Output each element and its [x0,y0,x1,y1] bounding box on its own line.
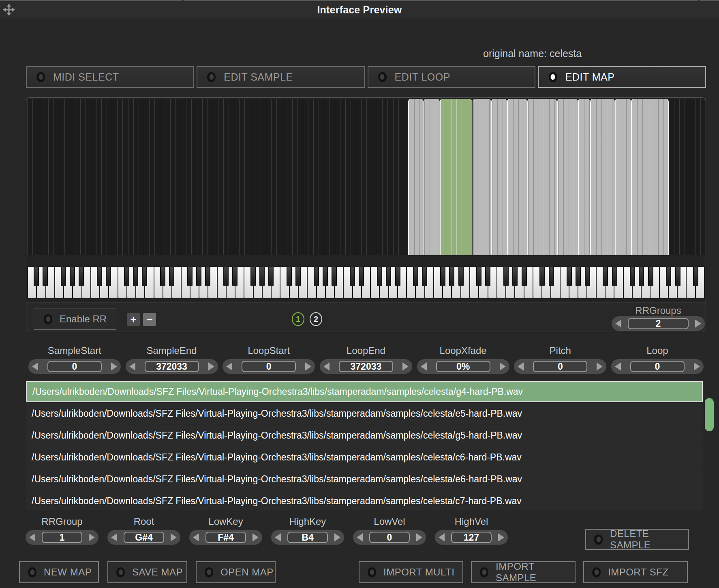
black-key[interactable] [250,267,256,286]
black-key[interactable] [133,267,138,286]
black-key[interactable] [476,267,481,286]
black-key[interactable] [268,267,274,286]
tab-edit-sample[interactable]: EDIT SAMPLE [197,66,364,88]
file-row[interactable]: /Users/ulrikboden/Downloads/SFZ Files/Vi… [26,447,703,468]
black-key[interactable] [359,267,364,286]
remove-rr-button[interactable]: − [143,313,156,326]
file-row[interactable]: /Users/ulrikboden/Downloads/SFZ Files/Vi… [26,490,703,510]
black-key[interactable] [377,267,382,286]
black-key[interactable] [295,267,301,286]
param-value[interactable]: 0 [369,532,410,543]
black-key[interactable] [539,267,545,286]
black-key[interactable] [223,267,229,286]
file-row[interactable]: /Users/ulrikboden/Downloads/SFZ Files/Vi… [26,425,703,446]
black-key[interactable] [413,267,418,286]
param-value[interactable]: 0% [436,361,490,372]
key-zone-selected[interactable] [440,99,472,255]
increment-arrow-icon[interactable] [416,533,422,541]
black-key[interactable] [440,267,445,286]
black-key[interactable] [612,267,617,286]
key-zone[interactable] [615,99,631,255]
key-zone[interactable] [473,99,492,255]
key-zone[interactable] [424,99,440,255]
black-key[interactable] [169,267,174,286]
increment-arrow-icon[interactable] [597,362,603,371]
black-key[interactable] [422,267,427,286]
increment-arrow-icon[interactable] [402,362,409,371]
increment-arrow-icon[interactable] [695,320,701,328]
param-value[interactable]: 1 [42,532,82,543]
rr-group-badge-2[interactable]: 2 [310,312,322,326]
button-import-sample[interactable]: IMPORT SAMPLE [471,561,576,583]
black-key[interactable] [332,267,337,286]
rr-group-badge-1[interactable]: 1 [292,312,304,326]
black-key[interactable] [512,267,518,286]
key-zone[interactable] [590,99,614,255]
black-key[interactable] [97,267,102,286]
increment-arrow-icon[interactable] [498,533,504,541]
black-key[interactable] [43,267,48,286]
black-key[interactable] [666,267,671,286]
black-key[interactable] [576,267,581,286]
increment-arrow-icon[interactable] [111,362,117,371]
button-new-map[interactable]: NEW MAP [19,561,99,583]
black-key[interactable] [124,267,129,286]
black-key[interactable] [196,267,201,286]
key-zone[interactable] [491,99,507,255]
increment-arrow-icon[interactable] [253,533,259,541]
black-key[interactable] [648,267,653,286]
file-row[interactable]: /Users/ulrikboden/Downloads/SFZ Files/Vi… [26,469,703,490]
key-map[interactable] [27,99,705,255]
decrement-arrow-icon[interactable] [439,533,445,541]
black-key[interactable] [639,267,644,286]
decrement-arrow-icon[interactable] [32,362,38,371]
black-key[interactable] [160,267,165,286]
black-key[interactable] [287,267,292,286]
black-key[interactable] [79,267,84,286]
enable-rr-button[interactable]: Enable RR [34,309,116,330]
param-value[interactable]: 0 [630,361,685,372]
key-zone[interactable] [557,99,578,255]
increment-arrow-icon[interactable] [89,533,95,541]
black-key[interactable] [350,267,355,286]
decrement-arrow-icon[interactable] [615,320,621,328]
decrement-arrow-icon[interactable] [323,362,330,371]
decrement-arrow-icon[interactable] [226,362,232,371]
increment-arrow-icon[interactable] [334,533,340,541]
black-key[interactable] [205,267,210,286]
black-key[interactable] [549,267,554,286]
increment-arrow-icon[interactable] [694,362,700,371]
decrement-arrow-icon[interactable] [111,533,117,541]
black-key[interactable] [395,267,400,286]
button-open-map[interactable]: OPEN MAP [196,561,276,583]
black-key[interactable] [106,267,111,286]
black-key[interactable] [314,267,319,286]
black-key[interactable] [458,267,464,286]
delete-sample-button[interactable]: DELETE SAMPLE [585,529,689,550]
black-key[interactable] [449,267,454,286]
black-key[interactable] [522,267,527,286]
param-value[interactable]: 0 [533,361,587,372]
black-key[interactable] [567,267,572,286]
param-value[interactable]: G#4 [124,532,164,543]
button-import-sfz[interactable]: IMPORT SFZ [583,561,688,583]
param-value[interactable]: 127 [451,532,492,543]
tab-midi-select[interactable]: MIDI SELECT [26,66,194,88]
key-zone[interactable] [507,99,527,255]
piano-keyboard[interactable] [27,267,705,298]
decrement-arrow-icon[interactable] [357,533,363,541]
key-zone[interactable] [578,99,590,255]
decrement-arrow-icon[interactable] [193,533,199,541]
black-key[interactable] [503,267,509,286]
black-key[interactable] [61,267,66,286]
black-key[interactable] [485,267,490,286]
decrement-arrow-icon[interactable] [518,362,524,371]
add-rr-button[interactable]: + [127,313,140,326]
sample-file-list[interactable]: /Users/ulrikboden/Downloads/SFZ Files/Vi… [26,381,703,510]
increment-arrow-icon[interactable] [305,362,311,371]
black-key[interactable] [187,267,193,286]
file-row[interactable]: /Users/ulrikboden/Downloads/SFZ Files/Vi… [26,403,703,424]
tab-edit-map[interactable]: EDIT MAP [538,66,706,88]
black-key[interactable] [675,267,680,286]
decrement-arrow-icon[interactable] [275,533,281,541]
